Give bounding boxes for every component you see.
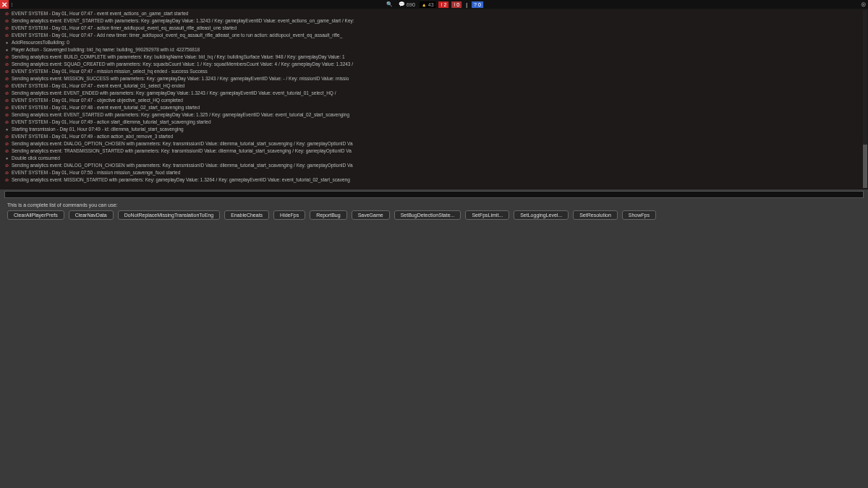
error-dot-icon: ⊘ [4,120,9,125]
log-line[interactable]: ●AddResourcesToBuilding: 0 [4,39,864,46]
info-icon: | [466,2,467,7]
error-dot-icon: ⊘ [4,163,9,168]
command-button-clearnavdata[interactable]: ClearNavData [69,210,114,220]
error-dot-icon: ⊘ [4,55,9,60]
question-icon: ? [474,2,477,7]
console-input[interactable] [4,191,864,198]
log-text: Sending analytics event: TRANSMISSION_ST… [12,147,352,155]
error-dot-icon: ⊘ [4,142,9,147]
status-bar: 🔍 💬 690 ▲ 43 ! 2 ! 0 | ? 0 [385,1,483,8]
log-line[interactable]: ⊘Sending analytics event: EVENT_ENDED wi… [4,90,864,97]
log-line[interactable]: ⊘EVENT SYSTEM - Day 01, Hour 07:47 - eve… [4,82,864,90]
error-dot-icon: ⊘ [4,12,9,17]
log-line[interactable]: ●Starting transmission - Day 01, Hour 07… [4,126,864,133]
log-scrollbar[interactable] [863,10,867,188]
log-line[interactable]: ⊘EVENT SYSTEM - Day 01, Hour 07:47 - obj… [4,97,864,104]
log-text: Sending analytics event: MISSION_STARTED… [12,176,350,184]
search-icon[interactable]: 🔍 [385,1,394,7]
log-text: EVENT SYSTEM - Day 01, Hour 07:47 - even… [12,10,188,17]
console-log-panel: ⊘EVENT SYSTEM - Day 01, Hour 07:47 - eve… [0,9,868,189]
command-button-setfpslimit-[interactable]: SetFpsLimit... [465,210,509,220]
log-line[interactable]: ⊘Sending analytics event: MISSION_SUCCES… [4,75,864,82]
log-line[interactable]: ⊘Sending analytics event: DIALOG_OPTION_… [4,162,864,169]
command-button-setresolution[interactable]: SetResolution [573,210,618,220]
command-button-reportbug[interactable]: ReportBug [310,210,346,220]
help-count: 0 [478,2,481,7]
log-line[interactable]: ⊘Sending analytics event: TRANSMISSION_S… [4,147,864,155]
log-text: Starting transmission - Day 01, Hour 07:… [12,126,184,133]
log-line[interactable]: ⊘EVENT SYSTEM - Day 01, Hour 07:49 - act… [4,133,864,140]
command-button-showfps[interactable]: ShowFps [622,210,656,220]
log-text: EVENT SYSTEM - Day 01, Hour 07:49 - acti… [12,119,211,126]
log-text: EVENT SYSTEM - Day 01, Hour 07:47 - even… [12,82,184,90]
command-button-savegame[interactable]: SaveGame [352,210,390,220]
commands-hint: This is a complete list of commands you … [7,202,861,207]
log-line[interactable]: ●Double click consumed [4,155,864,162]
error-dot-icon: ⊘ [4,178,9,183]
log-line[interactable]: ⊘Sending analytics event: DIALOG_OPTION_… [4,140,864,147]
error2-count: 0 [456,2,459,7]
command-button-clearallplayerprefs[interactable]: ClearAllPlayerPrefs [7,210,64,220]
error-dot-icon: ⊘ [4,106,9,111]
info-dot-icon: ● [4,127,9,132]
info-indicator[interactable]: | [464,2,469,7]
command-button-hidefps[interactable]: HideFps [273,210,305,220]
log-line[interactable]: ⊘EVENT SYSTEM - Day 01, Hour 07:47 - Add… [4,32,864,39]
error-counter[interactable]: ! 2 [439,1,449,8]
error2-icon: ! [454,2,455,7]
log-line[interactable]: ⊘EVENT SYSTEM - Day 01, Hour 07:47 - mis… [4,68,864,75]
log-line[interactable]: ⊘EVENT SYSTEM - Day 01, Hour 07:50 - mis… [4,169,864,176]
log-line[interactable]: ⊘Sending analytics event: MISSION_STARTE… [4,176,864,184]
error-icon: ! [441,2,443,7]
log-text: EVENT SYSTEM - Day 01, Hour 07:47 - Add … [12,32,342,39]
log-text: EVENT SYSTEM - Day 01, Hour 07:50 - miss… [12,169,180,176]
log-text: EVENT SYSTEM - Day 01, Hour 07:47 - obje… [12,97,183,104]
error-dot-icon: ⊘ [4,149,9,154]
error-dot-icon: ⊘ [4,134,9,140]
command-button-setlogginglevel-[interactable]: SetLoggingLevel... [514,210,569,220]
error-dot-icon: ⊘ [4,62,9,67]
log-text: Sending analytics event: BUILD_COMPLETE … [12,53,345,61]
command-button-donotreplacemissingtranslationtoeng[interactable]: DoNotReplaceMissingTranslationToEng [118,210,220,220]
log-text: Sending analytics event: EVENT_STARTED w… [12,111,349,119]
command-button-enablecheats[interactable]: EnableCheats [224,210,269,220]
log-line[interactable]: ⊘Sending analytics event: BUILD_COMPLETE… [4,53,864,61]
scrollbar-thumb[interactable] [863,145,867,188]
log-text: Sending analytics event: EVENT_STARTED w… [12,17,354,25]
help-counter[interactable]: ? 0 [472,1,483,8]
log-text: Player Action - Scavenged building: bld_… [12,46,200,53]
log-text: Sending analytics event: SQUAD_CREATED w… [12,61,353,68]
error-dot-icon: ⊘ [4,91,9,96]
log-line[interactable]: ⊘EVENT SYSTEM - Day 01, Hour 07:49 - act… [4,119,864,126]
log-line[interactable]: ⊘EVENT SYSTEM - Day 01, Hour 07:48 - eve… [4,104,864,111]
log-text: Sending analytics event: MISSION_SUCCESS… [12,75,349,82]
error-dot-icon: ⊘ [4,19,9,24]
log-text: EVENT SYSTEM - Day 01, Hour 07:47 - acti… [12,25,237,32]
log-text: Sending analytics event: EVENT_ENDED wit… [12,90,336,97]
chat-count: 690 [407,2,415,7]
log-line[interactable]: ⊘Sending analytics event: EVENT_STARTED … [4,111,864,119]
warning-counter[interactable]: ▲ 43 [420,1,436,8]
error-dot-icon: ⊘ [4,84,9,89]
log-text: Double click consumed [12,155,60,162]
log-line[interactable]: ⊘EVENT SYSTEM - Day 01, Hour 07:47 - act… [4,25,864,32]
log-text: AddResourcesToBuilding: 0 [12,39,69,46]
error-dot-icon: ⊘ [4,69,9,74]
command-buttons-row: ClearAllPlayerPrefsClearNavDataDoNotRepl… [7,210,861,220]
title-bar: ✕ 🔍 💬 690 ▲ 43 ! 2 ! 0 | ? 0 ⊗ [0,0,868,9]
log-line[interactable]: ⊘Sending analytics event: EVENT_STARTED … [4,17,864,25]
info-dot-icon: ● [4,40,9,46]
log-text: EVENT SYSTEM - Day 01, Hour 07:49 - acti… [12,133,173,140]
log-line[interactable]: ●Player Action - Scavenged building: bld… [4,46,864,53]
error-dot-icon: ⊘ [4,113,9,118]
drag-handle-icon[interactable] [12,3,12,7]
error2-counter[interactable]: ! 0 [451,1,461,8]
close-button[interactable]: ✕ [0,0,9,9]
info-dot-icon: ● [4,156,9,161]
command-button-setbugdetectionstate-[interactable]: SetBugDetectionState... [394,210,461,220]
log-line[interactable]: ⊘Sending analytics event: SQUAD_CREATED … [4,61,864,68]
panel-close-icon[interactable]: ⊗ [861,1,867,8]
log-text: Sending analytics event: DIALOG_OPTION_C… [12,162,353,169]
log-line[interactable]: ⊘EVENT SYSTEM - Day 01, Hour 07:47 - eve… [4,10,864,17]
chat-counter[interactable]: 💬 690 [397,1,417,7]
